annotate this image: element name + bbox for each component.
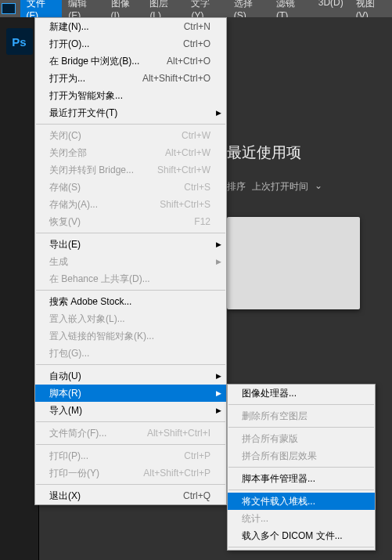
menu-item-label: 关闭全部 [49,146,146,160]
file-menu-item: 打印一份(Y)Alt+Shift+Ctrl+P [35,464,226,482]
file-menu-item[interactable]: 打开(O)...Ctrl+O [35,35,226,52]
menu-item-label: 打开(O)... [49,38,164,51]
menu-item-label: 关闭并转到 Bridge... [49,164,138,177]
menu-item-label: 存储(S) [49,181,165,194]
chevron-down-icon: ⌄ [315,180,322,193]
menu-item-label: 退出(X) [49,490,164,503]
script-submenu-item[interactable]: 载入多个 DICOM 文件... [228,527,375,544]
script-submenu-item[interactable]: 脚本事件管理器... [228,470,375,487]
file-menu-item[interactable]: 导出(E)▶ [35,236,226,253]
submenu-arrow-icon: ▶ [216,372,221,380]
left-sidebar: Ps [0,17,39,560]
menu-item-label: 生成 [49,255,210,269]
menu-item-label: 文件简介(F)... [49,427,128,440]
menu-item-label: 脚本(R) [49,387,210,400]
separator [36,124,225,125]
menu-item-label: 最近打开文件(T) [49,107,210,120]
menu-item-label: 脚本事件管理器... [242,472,359,486]
file-menu-item[interactable]: 搜索 Adobe Stock... [35,293,226,310]
file-menu-item[interactable]: 最近打开文件(T)▶ [35,104,226,121]
menu-item-label: 置入嵌入对象(L)... [49,313,210,326]
menu-item-label: 拼合所有图层效果 [242,450,359,463]
script-submenu-item: 删除所有空图层 [228,407,375,425]
menu-item-label: 图像处理器... [242,387,359,400]
sort-value: 上次打开时间 [252,180,308,193]
menu-item-shortcut: Ctrl+Q [164,490,210,501]
submenu-arrow-icon: ▶ [216,389,221,397]
file-menu-item: 关闭全部Alt+Ctrl+W [35,144,226,161]
separator [228,404,374,405]
menu-item-shortcut: Alt+Shift+Ctrl+O [124,73,210,84]
menu-item-label: 导入(M) [49,404,210,417]
menu-item-label: 存储为(A)... [49,198,141,211]
separator [36,421,225,422]
separator [228,547,374,547]
ps-icon [2,3,16,14]
menu-item-label: 置入链接的智能对象(K)... [49,330,210,343]
file-menu-item[interactable]: 打开为...Alt+Shift+Ctrl+O [35,70,226,87]
file-menu-item[interactable]: 打开为智能对象... [35,87,226,104]
menu-item-label: 搜索 Adobe Stock... [49,295,210,309]
file-menu-item[interactable]: 导入(M)▶ [35,402,226,419]
menu-item-label: 新建(N)... [49,20,165,34]
submenu-arrow-icon: ▶ [216,406,221,414]
menu-item-shortcut: F12 [175,216,210,227]
script-submenu-item[interactable]: 图像处理器... [228,385,375,402]
menu-item-label: 打印(P)... [49,450,165,463]
submenu-arrow-icon: ▶ [216,109,221,117]
recent-title: 最近使用项 [227,143,384,163]
separator [228,467,374,468]
separator [36,290,225,291]
separator [36,484,225,485]
script-submenu-item[interactable]: 将文件载入堆栈... [228,493,375,510]
menu-item-shortcut: Ctrl+O [164,38,210,49]
file-menu-item[interactable]: 退出(X)Ctrl+Q [35,487,226,504]
menu-item-label: 删除所有空图层 [242,410,359,423]
submenu-arrow-icon: ▶ [216,240,221,248]
menu-item-shortcut: Ctrl+W [163,130,210,141]
menu-item-shortcut: Alt+Ctrl+O [148,56,210,67]
menu-item-shortcut: Ctrl+N [165,21,210,32]
file-menu: 新建(N)...Ctrl+N打开(O)...Ctrl+O在 Bridge 中浏览… [34,17,227,505]
menu-item-label: 在 Bridge 中浏览(B)... [49,55,148,68]
separator [228,490,374,490]
file-menu-item[interactable]: 新建(N)...Ctrl+N [35,18,226,35]
file-menu-item[interactable]: 脚本(R)▶ [35,385,226,402]
file-menu-item: 恢复(V)F12 [35,213,226,230]
file-menu-item: 置入嵌入对象(L)... [35,310,226,327]
file-menu-item: 置入链接的智能对象(K)... [35,327,226,345]
menu-item-shortcut: Shift+Ctrl+S [141,199,210,210]
menu-item-shortcut: Ctrl+S [165,182,210,193]
menu-item-label: 统计... [242,512,359,526]
script-submenu-item: 拼合所有图层效果 [228,447,375,464]
menu-item-label: 恢复(V) [49,215,175,229]
menu-item-label: 载入多个 DICOM 文件... [242,529,359,543]
script-submenu: 图像处理器...删除所有空图层拼合所有蒙版拼合所有图层效果脚本事件管理器...将… [227,384,376,551]
submenu-arrow-icon: ▶ [216,258,221,266]
menu-item-label: 打印一份(Y) [49,467,124,480]
separator [36,444,225,445]
recent-thumbnail[interactable] [227,217,360,309]
ps-logo[interactable]: Ps [6,28,33,55]
separator [36,233,225,233]
menu-item-label: 打包(G)... [49,347,210,360]
file-menu-item[interactable]: 自动(U)▶ [35,367,226,385]
file-menu-item[interactable]: 在 Bridge 中浏览(B)...Alt+Ctrl+O [35,52,226,70]
menu-item-shortcut: Alt+Ctrl+W [146,147,210,158]
menu-item-label: 打开为... [49,72,124,85]
script-submenu-item: 统计... [228,510,375,527]
menu-item-label: 打开为智能对象... [49,89,210,103]
sort-label: 排序 [227,180,246,193]
menu-item-label: 导出(E) [49,238,210,251]
file-menu-item: 打包(G)... [35,345,226,362]
sort-row[interactable]: 排序 上次打开时间 ⌄ [227,180,384,193]
menu-item-label: 自动(U) [49,370,210,383]
menu-item-shortcut: Alt+Shift+Ctrl+P [124,468,210,479]
menu-item-shortcut: Ctrl+P [165,450,210,461]
menu-item-label: 关闭(C) [49,129,163,143]
file-menu-item: 生成▶ [35,253,226,270]
file-menu-item: 存储(S)Ctrl+S [35,179,226,196]
menu-item-shortcut: Shift+Ctrl+W [138,164,210,175]
menu-item-label: 拼合所有蒙版 [242,432,359,446]
separator [36,364,225,365]
